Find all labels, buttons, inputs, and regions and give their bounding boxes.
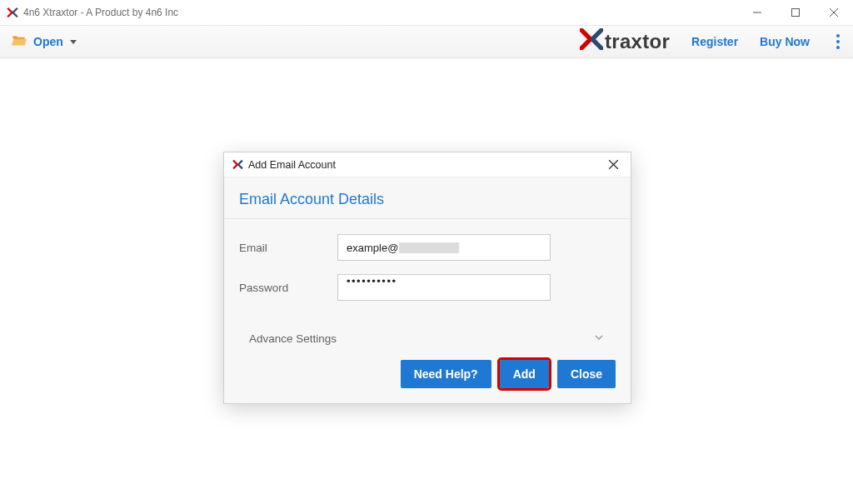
need-help-button[interactable]: Need Help? — [401, 360, 491, 388]
dialog-logo-icon — [232, 159, 243, 170]
dialog-title-bar: Add Email Account — [224, 152, 631, 177]
window-controls — [738, 0, 853, 25]
brand-logo: traxtor — [580, 28, 670, 55]
chevron-down-icon — [594, 332, 604, 345]
close-button[interactable]: Close — [557, 360, 616, 388]
dialog-close-button[interactable] — [602, 154, 624, 176]
email-input-value: example@ — [347, 242, 398, 254]
window-title: 4n6 Xtraxtor - A Product by 4n6 Inc — [23, 7, 178, 18]
redacted-text — [399, 242, 459, 253]
open-button[interactable]: Open — [12, 34, 77, 49]
register-link[interactable]: Register — [691, 35, 738, 48]
email-row: Email example@ — [239, 234, 616, 261]
main-toolbar: Open traxtor Register Buy Now — [0, 25, 853, 58]
password-input-value: •••••••••• — [347, 275, 397, 287]
chevron-down-icon — [70, 40, 77, 44]
email-label: Email — [239, 242, 337, 254]
password-row: Password •••••••••• — [239, 274, 616, 301]
advance-settings-label: Advance Settings — [249, 332, 337, 345]
window-minimize-button[interactable] — [738, 0, 776, 25]
open-button-label: Open — [33, 35, 63, 48]
dialog-title-text: Add Email Account — [248, 159, 336, 171]
email-input[interactable]: example@ — [337, 234, 551, 261]
dialog-section-title: Email Account Details — [224, 177, 631, 219]
dialog-actions: Need Help? Add Close — [224, 360, 631, 392]
advance-settings-toggle[interactable]: Advance Settings — [249, 332, 616, 345]
folder-open-icon — [12, 34, 27, 49]
buy-now-link[interactable]: Buy Now — [760, 35, 810, 48]
window-maximize-button[interactable] — [776, 0, 815, 25]
add-email-account-dialog: Add Email Account Email Account Details … — [223, 152, 631, 404]
content-area: Add Email Account Email Account Details … — [0, 58, 853, 504]
brand-x-icon — [580, 28, 603, 55]
window-close-button[interactable] — [815, 0, 853, 25]
title-bar: 4n6 Xtraxtor - A Product by 4n6 Inc — [0, 0, 853, 25]
add-button[interactable]: Add — [500, 360, 549, 388]
brand-text: traxtor — [605, 30, 670, 53]
more-menu-button[interactable] — [831, 29, 845, 54]
app-logo-icon — [7, 7, 18, 18]
svg-rect-1 — [792, 9, 800, 17]
password-input[interactable]: •••••••••• — [337, 274, 551, 301]
password-label: Password — [239, 282, 337, 294]
